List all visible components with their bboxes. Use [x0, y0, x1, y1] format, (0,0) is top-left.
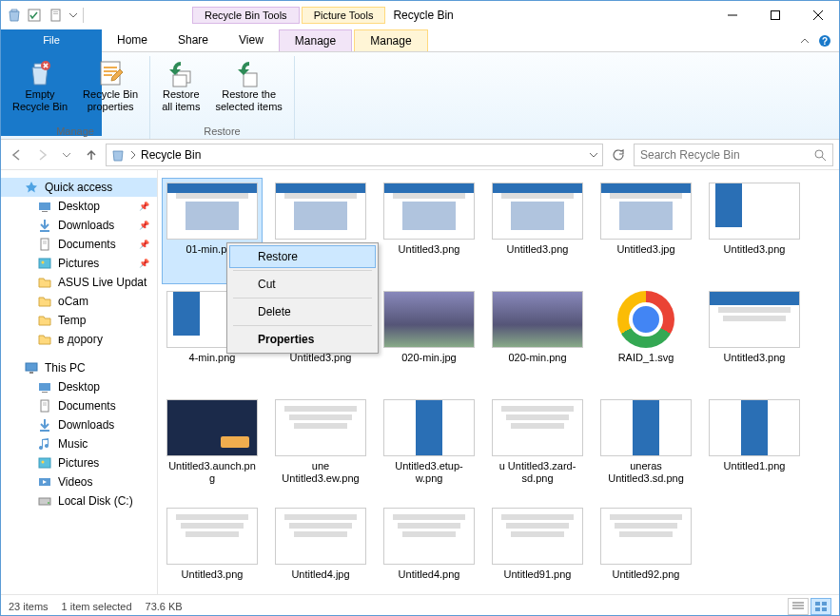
empty-recycle-bin-button[interactable]: Empty Recycle Bin [7, 56, 73, 115]
thumbnail [275, 183, 366, 240]
ribbon-group-label: Manage [56, 125, 94, 139]
svg-rect-14 [173, 75, 186, 87]
item-icon [37, 417, 52, 433]
sidebar-item[interactable]: в дорогу [1, 330, 157, 349]
sidebar-item[interactable]: Documents [1, 396, 157, 415]
minimize-button[interactable] [711, 1, 753, 29]
file-item[interactable]: Untitled92.png [596, 503, 696, 594]
file-name: Untitled91.png [504, 568, 572, 581]
pin-icon: 📌 [139, 259, 149, 268]
sidebar-item[interactable]: Downloads [1, 415, 157, 434]
thumbnail [383, 508, 475, 565]
context-delete[interactable]: Delete [229, 300, 376, 323]
context-restore[interactable]: Restore [229, 245, 376, 268]
tab-home[interactable]: Home [102, 29, 163, 51]
file-name: Untitled4.jpg [291, 568, 349, 581]
file-name: Untitled3.png [724, 352, 786, 364]
search-icon[interactable] [813, 148, 827, 162]
file-item[interactable]: Untitled3.aunch.png [162, 395, 263, 501]
file-item[interactable]: 020-min.jpg [379, 286, 479, 393]
context-properties[interactable]: Properties [229, 328, 376, 351]
sidebar-item[interactable]: Local Disk (C:) [1, 491, 157, 510]
breadcrumb[interactable]: Recycle Bin [141, 148, 201, 162]
file-item[interactable]: uneras Untitled3.sd.png [596, 395, 696, 501]
recycle-bin-tools-tab[interactable]: Recycle Bin Tools [192, 7, 300, 24]
help-icon[interactable]: ? [818, 34, 831, 48]
chevron-down-icon[interactable] [589, 150, 598, 160]
tab-manage-picture[interactable]: Manage [354, 29, 427, 51]
file-item[interactable]: u Untitled3.zard-sd.png [487, 395, 588, 501]
sidebar-item[interactable]: Downloads📌 [1, 216, 157, 235]
file-item[interactable]: Untitled3.png [162, 503, 263, 594]
file-item[interactable]: Untitled4.png [379, 503, 479, 594]
file-grid-area[interactable]: 01-min.pngUntitled3.pngUntitled3.pngUnti… [158, 170, 839, 594]
svg-point-16 [815, 150, 823, 158]
star-icon [24, 180, 39, 195]
qat-item[interactable] [24, 7, 45, 24]
up-button[interactable] [81, 144, 102, 165]
picture-tools-tab[interactable]: Picture Tools [302, 7, 386, 24]
back-button[interactable] [7, 144, 28, 165]
search-box[interactable] [634, 144, 833, 166]
file-item[interactable]: une Untitled3.ew.png [270, 395, 371, 501]
file-item[interactable]: Untitled3.etup-w.png [379, 395, 479, 501]
pin-icon: 📌 [139, 221, 149, 230]
item-icon [37, 237, 52, 252]
title-bar: Recycle Bin Tools Picture Tools Recycle … [1, 1, 839, 29]
address-box[interactable]: Recycle Bin [106, 144, 603, 166]
context-cut[interactable]: Cut [229, 273, 376, 296]
sidebar-item[interactable]: Videos [1, 472, 157, 491]
file-item[interactable]: Untitled91.png [487, 503, 588, 594]
qat-dropdown[interactable] [47, 7, 68, 24]
thumbnail [600, 183, 692, 240]
refresh-button[interactable] [607, 144, 630, 166]
file-item[interactable]: Untitled3.jpg [596, 178, 696, 284]
sidebar-item[interactable]: Pictures [1, 453, 157, 472]
maximize-button[interactable] [753, 1, 796, 29]
sidebar-item[interactable]: Pictures📌 [1, 254, 157, 273]
file-item[interactable]: Untitled3.png [487, 178, 588, 284]
thumbnail [617, 291, 674, 348]
chevron-right-icon[interactable] [129, 150, 137, 160]
file-item[interactable]: RAID_1.svg [596, 286, 696, 393]
item-icon [37, 199, 52, 214]
sidebar-quick-access[interactable]: Quick access [1, 178, 157, 197]
tab-manage-recycle[interactable]: Manage [279, 29, 352, 51]
minimize-ribbon-icon[interactable] [799, 35, 811, 47]
sidebar-item[interactable]: Desktop [1, 377, 157, 396]
search-input[interactable] [640, 148, 813, 162]
svg-rect-19 [42, 211, 48, 212]
view-thumbnails-button[interactable] [811, 598, 831, 615]
tab-share[interactable]: Share [163, 29, 224, 51]
svg-point-38 [48, 502, 49, 504]
file-item[interactable]: Untitled3.png [379, 178, 479, 284]
item-icon [37, 275, 52, 290]
sidebar-item[interactable]: Music [1, 434, 157, 453]
tab-view[interactable]: View [224, 29, 279, 51]
chevron-down-icon[interactable] [69, 11, 77, 19]
file-name: Untitled3.png [399, 243, 460, 256]
sidebar-item[interactable]: Documents📌 [1, 235, 157, 254]
restore-selected-button[interactable]: Restore the selected items [210, 56, 288, 115]
file-item[interactable]: 020-min.png [487, 286, 588, 393]
sidebar-item-label: Downloads [58, 418, 114, 432]
file-name: 020-min.png [508, 352, 566, 364]
file-item[interactable]: Untitled4.jpg [270, 503, 371, 594]
sidebar-item[interactable]: ASUS Live Updat [1, 273, 157, 292]
file-item[interactable]: Untitled3.png [704, 178, 805, 284]
forward-button[interactable] [31, 144, 52, 165]
navigation-pane: Quick access Desktop📌Downloads📌Documents… [1, 170, 158, 594]
sidebar-item[interactable]: oCam [1, 292, 157, 311]
file-item[interactable]: Untitled1.png [704, 395, 805, 501]
sidebar-item[interactable]: Temp [1, 311, 157, 330]
view-details-button[interactable] [788, 598, 809, 615]
sidebar-this-pc[interactable]: This PC [1, 358, 157, 377]
item-icon [37, 493, 52, 509]
pc-icon [24, 360, 39, 375]
restore-all-button[interactable]: Restore all items [156, 56, 205, 115]
close-button[interactable] [796, 1, 839, 29]
recent-dropdown[interactable] [56, 144, 77, 165]
recycle-bin-properties-button[interactable]: Recycle Bin properties [77, 56, 144, 115]
sidebar-item[interactable]: Desktop📌 [1, 197, 157, 216]
file-item[interactable]: Untitled3.png [704, 286, 805, 393]
